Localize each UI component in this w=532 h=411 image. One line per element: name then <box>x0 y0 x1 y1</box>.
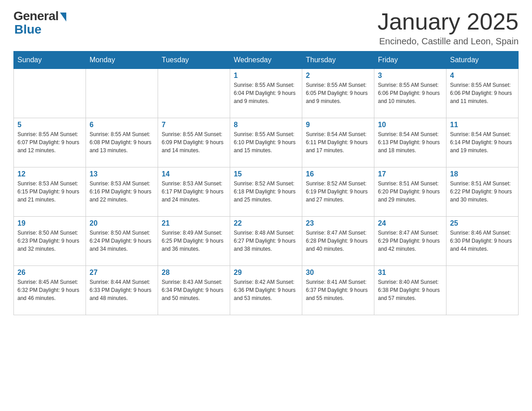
calendar-cell: 21Sunrise: 8:49 AM Sunset: 6:25 PM Dayli… <box>158 217 230 266</box>
calendar-header-tuesday: Tuesday <box>158 51 230 69</box>
logo-blue-text: Blue <box>14 22 42 37</box>
day-info: Sunrise: 8:48 AM Sunset: 6:27 PM Dayligh… <box>234 229 298 253</box>
day-info: Sunrise: 8:53 AM Sunset: 6:17 PM Dayligh… <box>162 180 226 204</box>
calendar-header-thursday: Thursday <box>302 51 374 69</box>
calendar-cell: 15Sunrise: 8:52 AM Sunset: 6:18 PM Dayli… <box>230 167 302 217</box>
calendar-cell: 14Sunrise: 8:53 AM Sunset: 6:17 PM Dayli… <box>158 167 230 217</box>
day-number: 22 <box>234 219 298 227</box>
title-section: January 2025 Encinedo, Castille and Leon… <box>378 9 519 47</box>
day-info: Sunrise: 8:54 AM Sunset: 6:14 PM Dayligh… <box>450 130 515 154</box>
day-info: Sunrise: 8:51 AM Sunset: 6:20 PM Dayligh… <box>378 180 442 204</box>
day-number: 4 <box>450 72 515 80</box>
calendar-cell: 13Sunrise: 8:53 AM Sunset: 6:16 PM Dayli… <box>86 167 158 217</box>
day-number: 29 <box>234 269 298 277</box>
calendar-week-row: 12Sunrise: 8:53 AM Sunset: 6:15 PM Dayli… <box>14 167 519 217</box>
calendar-week-row: 1Sunrise: 8:55 AM Sunset: 6:04 PM Daylig… <box>14 69 519 118</box>
calendar-week-row: 5Sunrise: 8:55 AM Sunset: 6:07 PM Daylig… <box>14 118 519 167</box>
calendar-cell: 31Sunrise: 8:40 AM Sunset: 6:38 PM Dayli… <box>374 266 446 315</box>
calendar-cell <box>86 69 158 118</box>
day-info: Sunrise: 8:54 AM Sunset: 6:13 PM Dayligh… <box>378 130 442 154</box>
day-number: 9 <box>306 121 370 129</box>
calendar-cell: 6Sunrise: 8:55 AM Sunset: 6:08 PM Daylig… <box>86 118 158 167</box>
day-info: Sunrise: 8:43 AM Sunset: 6:34 PM Dayligh… <box>162 278 226 302</box>
calendar-cell <box>14 69 86 118</box>
calendar-cell: 7Sunrise: 8:55 AM Sunset: 6:09 PM Daylig… <box>158 118 230 167</box>
day-number: 12 <box>17 170 82 178</box>
day-number: 25 <box>450 219 515 227</box>
calendar-cell: 25Sunrise: 8:46 AM Sunset: 6:30 PM Dayli… <box>446 217 519 266</box>
day-info: Sunrise: 8:53 AM Sunset: 6:16 PM Dayligh… <box>90 180 154 204</box>
day-info: Sunrise: 8:47 AM Sunset: 6:28 PM Dayligh… <box>306 229 370 253</box>
calendar-cell: 2Sunrise: 8:55 AM Sunset: 6:05 PM Daylig… <box>302 69 374 118</box>
day-info: Sunrise: 8:51 AM Sunset: 6:22 PM Dayligh… <box>450 180 515 204</box>
day-info: Sunrise: 8:53 AM Sunset: 6:15 PM Dayligh… <box>17 180 82 204</box>
calendar-header-row: SundayMondayTuesdayWednesdayThursdayFrid… <box>14 51 519 69</box>
day-info: Sunrise: 8:55 AM Sunset: 6:08 PM Dayligh… <box>90 130 154 154</box>
logo-general-text: General <box>13 9 59 23</box>
day-info: Sunrise: 8:47 AM Sunset: 6:29 PM Dayligh… <box>378 229 442 253</box>
day-info: Sunrise: 8:52 AM Sunset: 6:19 PM Dayligh… <box>306 180 370 204</box>
calendar-cell: 9Sunrise: 8:54 AM Sunset: 6:11 PM Daylig… <box>302 118 374 167</box>
day-number: 28 <box>162 269 226 277</box>
calendar-header-monday: Monday <box>86 51 158 69</box>
day-info: Sunrise: 8:45 AM Sunset: 6:32 PM Dayligh… <box>17 278 82 302</box>
logo-triangle-icon <box>60 13 66 21</box>
calendar-week-row: 19Sunrise: 8:50 AM Sunset: 6:23 PM Dayli… <box>14 217 519 266</box>
day-info: Sunrise: 8:55 AM Sunset: 6:07 PM Dayligh… <box>17 130 82 154</box>
day-number: 2 <box>306 72 370 80</box>
calendar-cell <box>446 266 519 315</box>
day-number: 31 <box>378 269 442 277</box>
calendar-week-row: 26Sunrise: 8:45 AM Sunset: 6:32 PM Dayli… <box>14 266 519 315</box>
day-number: 16 <box>306 170 370 178</box>
logo: General Blue <box>13 9 66 37</box>
calendar-cell: 17Sunrise: 8:51 AM Sunset: 6:20 PM Dayli… <box>374 167 446 217</box>
calendar-cell: 1Sunrise: 8:55 AM Sunset: 6:04 PM Daylig… <box>230 69 302 118</box>
day-info: Sunrise: 8:46 AM Sunset: 6:30 PM Dayligh… <box>450 229 515 253</box>
calendar-cell: 12Sunrise: 8:53 AM Sunset: 6:15 PM Dayli… <box>14 167 86 217</box>
day-number: 18 <box>450 170 515 178</box>
day-number: 24 <box>378 219 442 227</box>
day-info: Sunrise: 8:40 AM Sunset: 6:38 PM Dayligh… <box>378 278 442 302</box>
day-info: Sunrise: 8:49 AM Sunset: 6:25 PM Dayligh… <box>162 229 226 253</box>
calendar-cell: 22Sunrise: 8:48 AM Sunset: 6:27 PM Dayli… <box>230 217 302 266</box>
day-number: 27 <box>90 269 154 277</box>
day-number: 30 <box>306 269 370 277</box>
day-info: Sunrise: 8:52 AM Sunset: 6:18 PM Dayligh… <box>234 180 298 204</box>
calendar-cell: 24Sunrise: 8:47 AM Sunset: 6:29 PM Dayli… <box>374 217 446 266</box>
day-number: 15 <box>234 170 298 178</box>
day-number: 17 <box>378 170 442 178</box>
calendar-cell <box>158 69 230 118</box>
calendar-cell: 16Sunrise: 8:52 AM Sunset: 6:19 PM Dayli… <box>302 167 374 217</box>
day-number: 7 <box>162 121 226 129</box>
day-info: Sunrise: 8:55 AM Sunset: 6:09 PM Dayligh… <box>162 130 226 154</box>
day-number: 3 <box>378 72 442 80</box>
calendar-cell: 8Sunrise: 8:55 AM Sunset: 6:10 PM Daylig… <box>230 118 302 167</box>
calendar-header-sunday: Sunday <box>14 51 86 69</box>
day-number: 26 <box>17 269 82 277</box>
calendar-cell: 26Sunrise: 8:45 AM Sunset: 6:32 PM Dayli… <box>14 266 86 315</box>
day-info: Sunrise: 8:42 AM Sunset: 6:36 PM Dayligh… <box>234 278 298 302</box>
calendar-cell: 29Sunrise: 8:42 AM Sunset: 6:36 PM Dayli… <box>230 266 302 315</box>
day-info: Sunrise: 8:55 AM Sunset: 6:05 PM Dayligh… <box>306 81 370 105</box>
day-info: Sunrise: 8:54 AM Sunset: 6:11 PM Dayligh… <box>306 130 370 154</box>
day-info: Sunrise: 8:55 AM Sunset: 6:06 PM Dayligh… <box>378 81 442 105</box>
month-title: January 2025 <box>378 9 519 34</box>
day-number: 14 <box>162 170 226 178</box>
day-number: 13 <box>90 170 154 178</box>
day-number: 1 <box>234 72 298 80</box>
calendar-cell: 3Sunrise: 8:55 AM Sunset: 6:06 PM Daylig… <box>374 69 446 118</box>
day-number: 19 <box>17 219 82 227</box>
calendar-cell: 28Sunrise: 8:43 AM Sunset: 6:34 PM Dayli… <box>158 266 230 315</box>
day-number: 21 <box>162 219 226 227</box>
calendar-cell: 19Sunrise: 8:50 AM Sunset: 6:23 PM Dayli… <box>14 217 86 266</box>
day-number: 11 <box>450 121 515 129</box>
day-info: Sunrise: 8:41 AM Sunset: 6:37 PM Dayligh… <box>306 278 370 302</box>
day-info: Sunrise: 8:55 AM Sunset: 6:04 PM Dayligh… <box>234 81 298 105</box>
calendar-cell: 4Sunrise: 8:55 AM Sunset: 6:06 PM Daylig… <box>446 69 519 118</box>
calendar-header-friday: Friday <box>374 51 446 69</box>
calendar-cell: 20Sunrise: 8:50 AM Sunset: 6:24 PM Dayli… <box>86 217 158 266</box>
calendar-table: SundayMondayTuesdayWednesdayThursdayFrid… <box>13 51 519 315</box>
day-info: Sunrise: 8:50 AM Sunset: 6:24 PM Dayligh… <box>90 229 154 253</box>
calendar-cell: 11Sunrise: 8:54 AM Sunset: 6:14 PM Dayli… <box>446 118 519 167</box>
calendar-cell: 27Sunrise: 8:44 AM Sunset: 6:33 PM Dayli… <box>86 266 158 315</box>
